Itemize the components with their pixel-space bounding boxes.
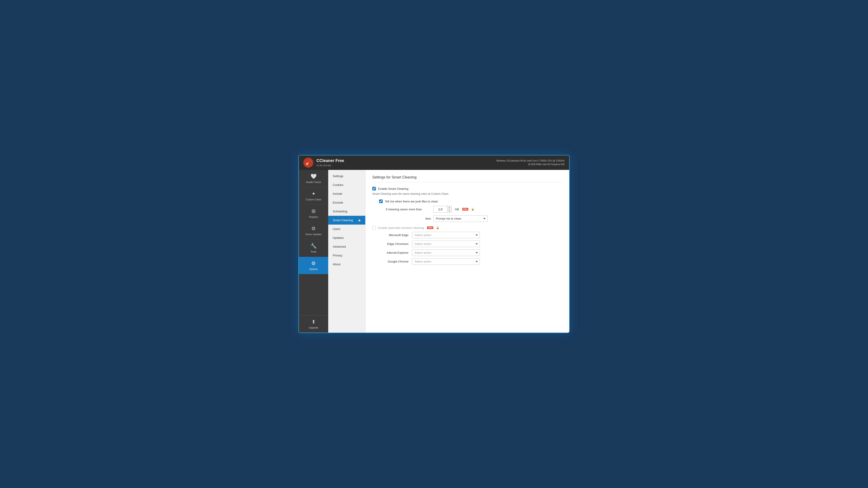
- spinner-down-button[interactable]: ▼: [447, 209, 452, 213]
- subnav-smart-cleaning-label: Smart Cleaning: [333, 219, 353, 222]
- enable-smart-cleaning-label[interactable]: Enable Smart Cleaning: [378, 187, 408, 191]
- sidebar: 🤍 Health Check ✦ Custom Clean ⊞ Registry…: [299, 170, 328, 332]
- smart-cleaning-desc: Smart Cleaning uses the same cleaning ru…: [372, 192, 562, 195]
- title-bar: 🧹 CCleaner Free v5.82 (64-bit) Windows 1…: [299, 156, 569, 170]
- main-layout: 🤍 Health Check ✦ Custom Clean ⊞ Registry…: [299, 170, 569, 332]
- subnav-smart-cleaning[interactable]: Smart Cleaning ▶: [328, 216, 365, 225]
- subnav-cookies[interactable]: Cookies: [328, 181, 365, 189]
- subnav-about-label: About: [333, 263, 340, 266]
- subnav-advanced[interactable]: Advanced: [328, 242, 365, 251]
- sidebar-label-health-check: Health Check: [306, 181, 321, 184]
- auto-browser-row: Enable automatic browser cleaning PRO 🔒: [372, 226, 562, 230]
- subnav-updates[interactable]: Updates: [328, 233, 365, 242]
- gb-value-input[interactable]: [434, 207, 447, 212]
- subnav-updates-label: Updates: [333, 236, 344, 239]
- google-chrome-row: Google Chrome Select action Clean automa…: [379, 258, 562, 265]
- upgrade-icon: ⬆: [311, 319, 315, 325]
- subnav-users[interactable]: Users: [328, 225, 365, 233]
- subnav-exclude[interactable]: Exclude: [328, 198, 365, 207]
- then-action-dropdown[interactable]: Prompt me to clean Clean automatically: [433, 215, 488, 222]
- edge-chromium-label: Edge Chromium: [379, 242, 408, 246]
- tools-icon: 🔧: [311, 243, 317, 249]
- auto-browser-section: Enable automatic browser cleaning PRO 🔒 …: [372, 226, 562, 265]
- internet-explorer-label: Internet Explorer: [379, 251, 408, 254]
- cleaning-threshold-row: If cleaning saves more than ▲ ▼ GB PRO 🔒: [386, 206, 562, 213]
- sidebar-label-tools: Tools: [311, 250, 316, 253]
- if-cleaning-label: If cleaning saves more than: [386, 207, 431, 211]
- enable-smart-cleaning-checkbox[interactable]: [372, 187, 376, 191]
- sidebar-label-options: Options: [309, 268, 318, 270]
- sidebar-label-registry: Registry: [309, 216, 318, 218]
- pro-badge: PRO: [462, 208, 469, 210]
- edge-chromium-dropdown[interactable]: Select action Clean automatically Prompt…: [412, 240, 480, 247]
- options-icon: ⚙: [311, 260, 316, 266]
- logo-icon: 🧹: [305, 160, 311, 166]
- app-title: CCleaner Free: [316, 158, 344, 163]
- sidebar-item-health-check[interactable]: 🤍 Health Check: [299, 170, 328, 187]
- internet-explorer-dropdown[interactable]: Select action Clean automatically Prompt…: [412, 250, 480, 256]
- internet-explorer-row: Internet Explorer Select action Clean au…: [379, 250, 562, 256]
- sysinfo-line2: 16.0GB RAM, Intel HD Graphics 620: [496, 163, 565, 166]
- content-area: Settings for Smart Cleaning Enable Smart…: [366, 170, 569, 332]
- subnav-advanced-label: Advanced: [333, 245, 346, 248]
- enable-smart-cleaning-row: Enable Smart Cleaning: [372, 187, 562, 191]
- microsoft-edge-dropdown[interactable]: Select action Clean automatically Prompt…: [412, 232, 480, 238]
- title-left: 🧹 CCleaner Free v5.82 (64-bit): [303, 158, 344, 168]
- cleaning-threshold-section: If cleaning saves more than ▲ ▼ GB PRO 🔒: [386, 206, 562, 222]
- sysinfo-line1: Windows 10 Enterprise 64-bit, Intel Core…: [496, 159, 565, 163]
- auto-browser-label[interactable]: Enable automatic browser cleaning: [378, 226, 424, 230]
- spinner-up-button[interactable]: ▲: [447, 206, 452, 209]
- tell-me-label[interactable]: Tell me when there are junk files to cle…: [385, 200, 438, 203]
- subnav-scheduling-label: Scheduling: [333, 210, 347, 213]
- google-chrome-label: Google Chrome: [379, 260, 408, 263]
- then-label: then: [386, 217, 431, 220]
- edge-chromium-row: Edge Chromium Select action Clean automa…: [379, 240, 562, 247]
- subnav-settings[interactable]: Settings: [328, 172, 365, 181]
- microsoft-edge-label: Microsoft Edge: [379, 233, 408, 237]
- registry-icon: ⊞: [311, 208, 315, 214]
- browser-dropdowns: Microsoft Edge Select action Clean autom…: [379, 232, 562, 265]
- sidebar-item-driver-updater[interactable]: ⚙ Driver Updater: [299, 222, 328, 239]
- subnav-cookies-label: Cookies: [333, 183, 343, 187]
- auto-browser-lock-icon: 🔒: [436, 226, 439, 229]
- health-check-icon: 🤍: [311, 173, 317, 180]
- subnav-users-label: Users: [333, 227, 340, 231]
- subnav-include-label: Include: [333, 192, 342, 195]
- sidebar-item-upgrade[interactable]: ⬆ Upgrade: [299, 315, 328, 332]
- auto-browser-checkbox[interactable]: [372, 226, 376, 230]
- gb-unit-label: GB: [455, 207, 459, 211]
- chevron-right-icon: ▶: [359, 219, 361, 222]
- sidebar-label-custom-clean: Custom Clean: [306, 198, 321, 201]
- app-logo: 🧹: [303, 158, 313, 168]
- tell-me-checkbox[interactable]: [379, 199, 383, 203]
- app-version: v5.82 (64-bit): [316, 164, 331, 167]
- driver-updater-icon: ⚙: [311, 226, 316, 232]
- custom-clean-icon: ✦: [311, 191, 315, 197]
- subnav-privacy[interactable]: Privacy: [328, 251, 365, 260]
- sidebar-label-upgrade: Upgrade: [309, 326, 318, 329]
- subnav-exclude-label: Exclude: [333, 201, 343, 204]
- tell-me-row: Tell me when there are junk files to cle…: [379, 199, 562, 203]
- content-title: Settings for Smart Cleaning: [372, 175, 562, 182]
- google-chrome-dropdown[interactable]: Select action Clean automatically Prompt…: [412, 258, 480, 265]
- auto-browser-pro-badge: PRO: [427, 226, 433, 229]
- tell-me-block: Tell me when there are junk files to cle…: [379, 199, 562, 222]
- then-row: then Prompt me to clean Clean automatica…: [386, 215, 562, 222]
- sidebar-item-tools[interactable]: 🔧 Tools: [299, 239, 328, 257]
- subnav-scheduling[interactable]: Scheduling: [328, 207, 365, 216]
- sidebar-item-options[interactable]: ⚙ Options: [299, 257, 328, 274]
- lock-icon: 🔒: [471, 207, 474, 211]
- subnav-about[interactable]: About: [328, 260, 365, 269]
- microsoft-edge-row: Microsoft Edge Select action Clean autom…: [379, 232, 562, 238]
- spinner-buttons: ▲ ▼: [447, 206, 452, 213]
- sidebar-label-driver-updater: Driver Updater: [305, 233, 322, 236]
- system-info: Windows 10 Enterprise 64-bit, Intel Core…: [496, 159, 565, 166]
- subnav-privacy-label: Privacy: [333, 254, 342, 257]
- app-title-text: CCleaner Free v5.82 (64-bit): [316, 158, 344, 167]
- subnav-settings-label: Settings: [333, 174, 343, 178]
- sidebar-item-custom-clean[interactable]: ✦ Custom Clean: [299, 187, 328, 205]
- subnav-include[interactable]: Include: [328, 189, 365, 198]
- app-container: 🧹 CCleaner Free v5.82 (64-bit) Windows 1…: [298, 155, 569, 333]
- gb-input-group: ▲ ▼: [433, 206, 452, 213]
- sidebar-item-registry[interactable]: ⊞ Registry: [299, 205, 328, 222]
